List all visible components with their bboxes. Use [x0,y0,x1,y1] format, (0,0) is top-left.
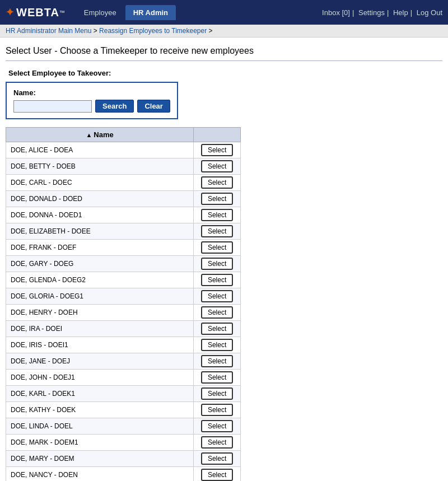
nav-tab-employee[interactable]: Employee [76,5,124,20]
select-employee-button[interactable]: Select [201,193,233,205]
employee-action-cell: Select [194,451,241,467]
employee-name-cell: DOE, DONALD - DOED [6,191,194,207]
employee-action-cell: Select [194,402,241,418]
table-row: DOE, NANCY - DOENSelect [6,467,241,482]
table-row: DOE, GLENDA - DOEG2Select [6,272,241,288]
sort-indicator: ▲ [86,132,94,138]
select-employee-button[interactable]: Select [201,176,233,189]
clear-button[interactable]: Clear [137,100,170,113]
logo: ✦ WEBTA ™ [6,6,65,19]
name-label: Name: [13,88,170,97]
select-employee-button[interactable]: Select [201,306,233,319]
table-row: DOE, DONNA - DOED1Select [6,207,241,223]
table-row: DOE, MARY - DOEMSelect [6,451,241,467]
employee-action-cell: Select [194,207,241,223]
search-button[interactable]: Search [95,100,134,113]
breadcrumb-current-link[interactable]: Reassign Employees to Timekeeper [99,27,207,35]
inbox-link[interactable]: Inbox [0] [322,8,350,17]
breadcrumb-home-link[interactable]: HR Administrator Main Menu [6,27,91,35]
employee-action-cell: Select [194,191,241,207]
table-row: DOE, JOHN - DOEJ1Select [6,370,241,386]
header-right-links: Inbox [0]| Settings| Help| Log Out [322,8,442,17]
select-employee-button[interactable]: Select [201,436,233,449]
logout-link[interactable]: Log Out [417,8,442,17]
select-employee-button[interactable]: Select [201,258,233,270]
select-employee-button[interactable]: Select [201,225,233,237]
select-employee-button[interactable]: Select [201,290,233,302]
employee-name-cell: DOE, HENRY - DOEH [6,305,194,321]
employee-name-cell: DOE, MARK - DOEM1 [6,435,194,451]
table-row: DOE, ALICE - DOEASelect [6,142,241,158]
employee-action-cell: Select [194,370,241,386]
employee-name-cell: DOE, BETTY - DOEB [6,158,194,175]
table-row: DOE, CARL - DOECSelect [6,175,241,191]
logo-tm: ™ [59,10,65,16]
nav-tab-hradmin[interactable]: HR Admin [125,5,176,20]
search-box: Name: Search Clear [6,82,178,119]
employee-action-cell: Select [194,467,241,482]
employee-name-cell: DOE, DONNA - DOED1 [6,207,194,223]
select-employee-button[interactable]: Select [201,274,233,286]
select-employee-button[interactable]: Select [201,469,233,481]
employee-action-cell: Select [194,175,241,191]
name-search-input[interactable] [13,100,92,113]
table-row: DOE, IRA - DOEISelect [6,321,241,337]
table-row: DOE, HENRY - DOEHSelect [6,305,241,321]
header: ✦ WEBTA ™ Employee HR Admin Inbox [0]| S… [0,0,448,25]
logo-text: WEBTA [16,6,59,19]
select-employee-button[interactable]: Select [201,387,233,400]
employee-name-cell: DOE, IRA - DOEI [6,321,194,337]
select-employee-button[interactable]: Select [201,241,233,254]
table-row: DOE, MARK - DOEM1Select [6,435,241,451]
employee-name-cell: DOE, ELIZABETH - DOEE [6,223,194,240]
employee-name-cell: DOE, JANE - DOEJ [6,353,194,370]
breadcrumb: HR Administrator Main Menu > Reassign Em… [0,25,448,38]
employee-action-cell: Select [194,288,241,305]
select-employee-button[interactable]: Select [201,160,233,172]
table-row: DOE, ELIZABETH - DOEESelect [6,223,241,240]
settings-link[interactable]: Settings [358,8,385,17]
employee-action-cell: Select [194,418,241,435]
table-row: DOE, GLORIA - DOEG1Select [6,288,241,305]
select-employee-button[interactable]: Select [201,371,233,384]
employee-action-cell: Select [194,142,241,158]
table-row: DOE, GARY - DOEGSelect [6,256,241,272]
select-employee-button[interactable]: Select [201,339,233,351]
select-employee-button[interactable]: Select [201,355,233,367]
employee-name-cell: DOE, GARY - DOEG [6,256,194,272]
select-employee-button[interactable]: Select [201,404,233,416]
table-row: DOE, DONALD - DOEDSelect [6,191,241,207]
table-row: DOE, KATHY - DOEKSelect [6,402,241,418]
search-row: Search Clear [13,100,170,113]
nav-tabs: Employee HR Admin [76,5,176,20]
employee-name-cell: DOE, LINDA - DOEL [6,418,194,435]
employee-action-cell: Select [194,305,241,321]
employee-action-cell: Select [194,158,241,175]
select-employee-button[interactable]: Select [201,323,233,335]
section-label: Select Employee to Takeover: [6,69,442,77]
table-row: DOE, IRIS - DOEI1Select [6,337,241,353]
help-link[interactable]: Help [393,8,408,17]
employee-name-cell: DOE, CARL - DOEC [6,175,194,191]
employee-name-cell: DOE, KATHY - DOEK [6,402,194,418]
employee-action-cell: Select [194,223,241,240]
employee-name-cell: DOE, MARY - DOEM [6,451,194,467]
logo-dots-icon: ✦ [6,6,14,18]
select-employee-button[interactable]: Select [201,452,233,465]
name-column-header[interactable]: ▲ Name [6,128,194,142]
action-column-header [194,128,241,142]
employee-name-cell: DOE, IRIS - DOEI1 [6,337,194,353]
employee-action-cell: Select [194,386,241,402]
main-content: Select User - Choose a Timekeeper to rec… [0,38,448,481]
select-employee-button[interactable]: Select [201,209,233,221]
name-col-label: Name [94,130,113,139]
table-row: DOE, KARL - DOEK1Select [6,386,241,402]
employee-action-cell: Select [194,240,241,256]
employee-action-cell: Select [194,256,241,272]
employee-table: ▲ Name DOE, ALICE - DOEASelectDOE, BETTY… [6,127,241,481]
select-employee-button[interactable]: Select [201,420,233,432]
select-employee-button[interactable]: Select [201,144,233,156]
employee-name-cell: DOE, GLORIA - DOEG1 [6,288,194,305]
employee-action-cell: Select [194,435,241,451]
employee-name-cell: DOE, GLENDA - DOEG2 [6,272,194,288]
